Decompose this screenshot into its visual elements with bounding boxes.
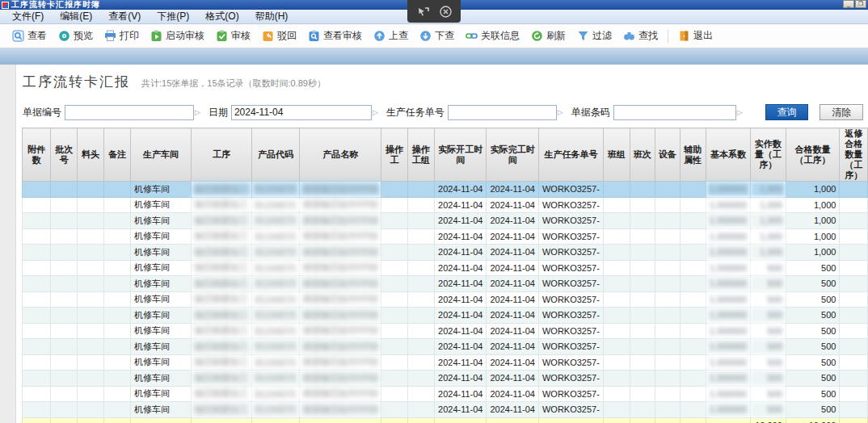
lookup-arrow-icon[interactable]: ▷ (373, 108, 378, 116)
column-header-remark[interactable]: 备注 (104, 128, 131, 182)
toolbar-button-13[interactable]: 退出 (672, 27, 718, 45)
column-header-head[interactable]: 料头 (78, 128, 104, 182)
table-row[interactable]: 机修车间轴芯精磨加工B1244070精密轴芯组件FP082024-11-0420… (23, 245, 868, 261)
toolbar-button-10[interactable]: 刷新 (525, 27, 571, 45)
cell-shift (630, 291, 655, 308)
lookup-arrow-icon[interactable]: ▷ (737, 108, 743, 116)
toolbar-button-6[interactable]: 查看审核 (302, 27, 368, 45)
table-row[interactable]: 机修车间轴芯精磨加工B1244070精密轴芯组件FP082024-11-0420… (23, 291, 868, 308)
table-row[interactable]: 机修车间轴芯精磨加工B1244070精密轴芯组件FP082024-11-0420… (23, 228, 868, 245)
cell-head (78, 291, 104, 308)
menu-item-4[interactable]: 格式(O) (198, 9, 246, 24)
find-binoculars-icon (623, 30, 635, 42)
column-header-passed[interactable]: 合格数量（工序） (786, 128, 840, 182)
cell-rework (840, 308, 868, 324)
cell-process: 轴芯精磨加工 (192, 308, 252, 324)
toolbar-button-0[interactable]: 查看 (6, 27, 53, 45)
toolbar-button-3[interactable]: 启动审核 (145, 27, 210, 45)
cell-rework (840, 402, 868, 418)
column-header-worker[interactable]: 操作工 (381, 128, 407, 182)
menu-item-3[interactable]: 下推(P) (150, 9, 196, 24)
table-row[interactable]: 机修车间轴芯精磨加工B1244070精密轴芯组件FP082024-11-0420… (23, 276, 868, 292)
table-row[interactable]: 机修车间轴芯精磨加工B1244070精密轴芯组件FP082024-11-0420… (23, 182, 868, 198)
cell-workshop: 机修车间 (131, 245, 192, 261)
summary-cell-shift (630, 417, 655, 423)
menu-item-1[interactable]: 编辑(E) (53, 9, 99, 24)
table-row[interactable]: 机修车间轴芯精磨加工B1244070精密轴芯组件FP082024-11-0420… (23, 339, 868, 355)
table-row[interactable]: 机修车间轴芯精磨加工B1244070精密轴芯组件FP082024-11-0420… (23, 386, 868, 402)
column-header-coef[interactable]: 基本系数 (706, 128, 750, 182)
lookup-arrow-icon[interactable]: ▷ (558, 108, 563, 116)
cell-batch (51, 213, 78, 229)
toolbar-button-5[interactable]: 驳回 (256, 27, 302, 45)
column-header-wgroup[interactable]: 操作工组 (407, 128, 434, 182)
share-cursor-icon[interactable] (417, 6, 430, 17)
column-header-aux[interactable]: 辅助属性 (680, 128, 706, 182)
column-header-team[interactable]: 班组 (603, 128, 630, 182)
cell-pname: 精密轴芯组件FP08 (300, 339, 381, 355)
restore-button[interactable]: ❐ (855, 0, 866, 8)
column-header-device[interactable]: 设备 (655, 128, 680, 182)
column-header-pname[interactable]: 产品名称 (300, 128, 381, 182)
filter-input-1[interactable] (231, 105, 372, 120)
toolbar-button-4[interactable]: 审核 (210, 27, 256, 45)
cell-pname: 精密轴芯组件FP08 (300, 402, 381, 418)
column-header-start[interactable]: 实际开工时间 (435, 128, 487, 182)
cell-head (78, 228, 104, 245)
cell-workshop: 机修车间 (131, 260, 192, 276)
toolbar-button-11[interactable]: 过滤 (571, 27, 617, 45)
table-row[interactable]: 机修车间轴芯精磨加工B1244070精密轴芯组件FP082024-11-0420… (23, 260, 868, 276)
column-header-attach[interactable]: 附件数 (23, 128, 51, 182)
cell-head (78, 402, 104, 418)
cell-process: 轴芯精磨加工 (192, 371, 252, 387)
toolbar-button-7[interactable]: 上查 (368, 27, 414, 45)
filter-input-2[interactable] (448, 105, 557, 120)
toolbar-button-9[interactable]: 关联信息 (460, 27, 525, 45)
table-row[interactable]: 机修车间轴芯精磨加工B1244070精密轴芯组件FP082024-11-0420… (23, 371, 868, 387)
cell-wgroup (407, 213, 434, 229)
toolbar-button-12[interactable]: 查找 (617, 27, 664, 45)
table-row[interactable]: 机修车间轴芯精磨加工B1244070精密轴芯组件FP082024-11-0420… (23, 308, 868, 324)
menu-item-0[interactable]: 文件(F) (5, 9, 51, 24)
summary-cell-aux (680, 417, 706, 423)
cell-remark (104, 197, 131, 213)
column-header-shift[interactable]: 班次 (630, 128, 655, 182)
toolbar-button-1[interactable]: 预览 (53, 27, 99, 45)
menu-item-5[interactable]: 帮助(H) (248, 9, 296, 24)
cell-workshop: 机修车间 (131, 323, 192, 339)
toolbar-button-label: 打印 (120, 29, 139, 43)
cell-coef: 1.000000 (706, 371, 750, 387)
column-header-batch[interactable]: 批次号 (51, 128, 78, 182)
table-row[interactable]: 机修车间轴芯精磨加工B1244070精密轴芯组件FP082024-11-0420… (23, 402, 868, 418)
cell-attach (23, 323, 51, 339)
search-button[interactable]: 查询 (765, 104, 809, 120)
minimize-button[interactable]: _ (843, 0, 854, 8)
column-header-pcode[interactable]: 产品代码 (252, 128, 300, 182)
column-header-workshop[interactable]: 生产车间 (131, 128, 192, 182)
menu-item-2[interactable]: 查看(V) (101, 9, 148, 24)
column-header-actual[interactable]: 实作数量（工序） (750, 128, 786, 182)
column-header-finish[interactable]: 实际完工时间 (487, 128, 538, 182)
cell-passed: 1,000 (786, 213, 840, 229)
cell-pname: 精密轴芯组件FP08 (300, 213, 381, 229)
table-row[interactable]: 机修车间轴芯精磨加工B1244070精密轴芯组件FP082024-11-0420… (23, 213, 868, 229)
column-header-order[interactable]: 生产任务单号 (538, 128, 603, 182)
toolbar-button-8[interactable]: 下查 (414, 27, 460, 45)
filter-input-3[interactable] (613, 105, 736, 120)
toolbar-button-2[interactable]: 打印 (99, 27, 145, 45)
clear-button[interactable]: 清除 (820, 104, 863, 120)
table-row[interactable]: 机修车间轴芯精磨加工B1244070精密轴芯组件FP082024-11-0420… (23, 197, 868, 213)
lookup-arrow-icon[interactable]: ▷ (195, 108, 200, 116)
cell-actual: 500 (750, 260, 786, 276)
filter-input-0[interactable] (65, 105, 194, 120)
cell-passed: 500 (786, 276, 840, 292)
column-header-process[interactable]: 工序 (192, 128, 252, 182)
table-row[interactable]: 机修车间轴芯精磨加工B1244070精密轴芯组件FP082024-11-0420… (23, 323, 868, 339)
cell-remark (104, 339, 131, 355)
column-header-rework[interactable]: 返修合格数量（工序） (840, 128, 868, 182)
close-icon[interactable] (440, 6, 452, 18)
cell-workshop: 机修车间 (131, 354, 192, 371)
cell-shift (630, 371, 655, 387)
table-row[interactable]: 机修车间轴芯精磨加工B1244070精密轴芯组件FP082024-11-0420… (23, 354, 868, 371)
cell-start: 2024-11-04 (435, 213, 487, 229)
